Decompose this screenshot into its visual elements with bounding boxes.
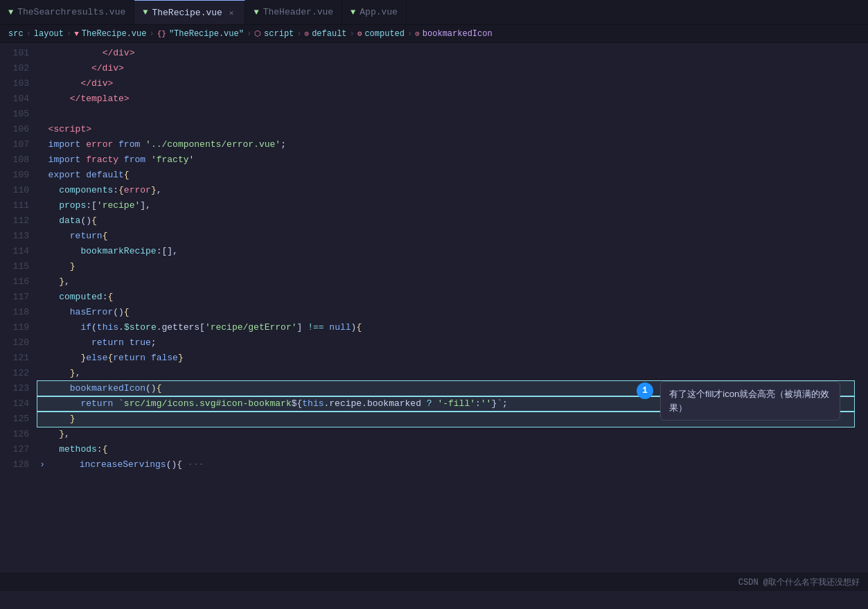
vue-icon: ▼ — [254, 8, 258, 17]
status-bar: CSDN @取个什么名字我还没想好 — [0, 573, 868, 591]
close-tab-button[interactable]: ✕ — [227, 7, 237, 19]
vue-icon: ▼ — [143, 8, 148, 17]
code-line-101: </div> — [37, 46, 854, 61]
code-container: 101 102 103 104 105 106 107 108 109 110 … — [0, 43, 868, 591]
bc-src[interactable]: src — [8, 29, 24, 39]
tab-searchresults[interactable]: ▼ TheSearchresults.vue — [0, 0, 134, 24]
annotation-number: 1 — [637, 382, 653, 399]
code-line-109: export default{ — [37, 168, 854, 183]
code-line-113: return{ — [37, 229, 854, 244]
tab-header[interactable]: ▼ TheHeader.vue — [245, 0, 342, 24]
code-line-117: computed:{ — [37, 290, 854, 305]
bc-recipe-file[interactable]: TheRecipe.vue — [82, 29, 147, 39]
tab-label: TheSearchresults.vue — [17, 7, 125, 17]
code-line-116: }, — [37, 274, 854, 290]
code-line-121: }else{return false} — [37, 351, 854, 366]
bc-default[interactable]: default — [312, 29, 346, 39]
code-line-107: import error from '../components/error.v… — [37, 137, 854, 152]
tab-recipe[interactable]: ▼ TheRecipe.vue ✕ — [134, 0, 245, 24]
code-line-118: hasError(){ — [37, 305, 854, 320]
tab-label: TheHeader.vue — [263, 7, 333, 17]
breadcrumb: src › layout › ▼ TheRecipe.vue › {} "The… — [0, 25, 868, 43]
bc-script[interactable]: script — [264, 29, 294, 39]
code-body: 101 102 103 104 105 106 107 108 109 110 … — [0, 43, 868, 591]
code-line-111: props:['recipe'], — [37, 198, 854, 213]
code-lines: </div> </div> </div> </template> <script… — [35, 43, 868, 591]
bc-computed[interactable]: computed — [364, 29, 405, 39]
code-line-122: }, — [37, 366, 854, 381]
tab-label: App.vue — [360, 7, 398, 17]
annotation-text: 有了这个fill才icon就会高亮（被填满的效果） — [660, 381, 840, 421]
code-line-126: }, — [37, 427, 854, 442]
code-line-112: data(){ — [37, 213, 854, 229]
line-numbers: 101 102 103 104 105 106 107 108 109 110 … — [0, 43, 35, 591]
code-line-108: import fracty from 'fracty' — [37, 152, 854, 168]
tab-label: TheRecipe.vue — [152, 8, 222, 18]
code-line-106: <script> — [37, 122, 854, 137]
code-line-110: components:{error}, — [37, 183, 854, 198]
code-line-119: if(this.$store.getters['recipe/getError'… — [37, 320, 854, 335]
bc-bookmarkedicon[interactable]: bookmarkedIcon — [423, 29, 493, 39]
code-line-115: } — [37, 259, 854, 274]
tab-app[interactable]: ▼ App.vue — [342, 0, 407, 24]
code-line-120: return true; — [37, 335, 854, 351]
bc-recipe-str[interactable]: "TheRecipe.vue" — [169, 29, 244, 39]
vue-icon: ▼ — [8, 8, 13, 17]
code-line-105 — [37, 107, 854, 122]
code-line-103: </div> — [37, 76, 854, 91]
folded-indicator[interactable]: › — [37, 457, 47, 473]
bc-layout[interactable]: layout — [34, 29, 64, 39]
vue-icon: ▼ — [351, 8, 355, 17]
code-line-114: bookmarkRecipe:[], — [37, 244, 854, 259]
code-line-128: › increaseServings(){ ··· — [37, 457, 854, 473]
code-line-102: </div> — [37, 61, 854, 76]
status-right: CSDN @取个什么名字我还没想好 — [738, 576, 860, 588]
tab-bar: ▼ TheSearchresults.vue ▼ TheRecipe.vue ✕… — [0, 0, 868, 25]
code-line-104: </template> — [37, 91, 854, 107]
annotation-bubble: 1 有了这个fill才icon就会高亮（被填满的效果） — [637, 381, 840, 421]
highlighted-block: bookmarkedIcon(){ return `src/img/icons.… — [37, 381, 854, 427]
code-line-127: methods:{ — [37, 442, 854, 457]
